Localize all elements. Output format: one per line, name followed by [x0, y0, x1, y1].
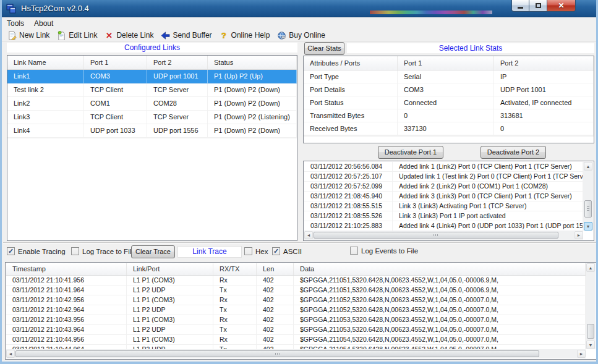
maximize-button[interactable]	[529, 0, 547, 12]
trace-data: $GPGGA,211054,5320.6428,N,00623.4552,W,1…	[294, 335, 586, 345]
menu-tools[interactable]: Tools	[2, 19, 29, 28]
scroll-up-icon[interactable]: ▲	[584, 162, 592, 171]
trace-row[interactable]: 03/11/2012 21:10:43.956 L1 P1 (COM3) Rx …	[6, 315, 586, 325]
trace-link-port: L1 P1 (COM3)	[127, 276, 213, 286]
trace-row[interactable]: 03/11/2012 21:10:41.964 L1 P2 UDP Tx 402…	[6, 286, 586, 295]
minimize-button[interactable]	[511, 0, 529, 12]
cell-attr: Received Bytes	[304, 122, 398, 135]
scroll-right-icon[interactable]: ►	[575, 231, 583, 239]
delete-link-button[interactable]: ✕ Delete Link	[101, 30, 158, 41]
event-row[interactable]: 03/11/2012 20:57:25.107 Updated link 1 (…	[304, 172, 583, 182]
close-button[interactable]: ✕	[547, 0, 576, 12]
cell-port2: COM28	[147, 97, 208, 111]
event-row[interactable]: 03/11/2012 20:57:52.099 Added link 2 (Li…	[304, 182, 583, 192]
app-window: HsTcp2Com v2.0.4 ✕ Tools About New Link …	[0, 0, 598, 364]
scroll-down-icon[interactable]: ▼	[586, 341, 595, 349]
link-row-selected[interactable]: Link1 COM3 UDP port 1001 P1 (Up) P2 (Up)	[7, 70, 297, 83]
globe-cart-icon	[276, 30, 286, 40]
trace-hscroll-thumb[interactable]	[15, 350, 539, 357]
clear-stats-button[interactable]: Clear Stats	[304, 42, 344, 55]
link-row-empty	[7, 138, 297, 138]
event-message: Added link 3 (Link3) Port 0 (TCP Client)…	[393, 192, 583, 201]
checkbox-checked-icon: ✓	[7, 247, 15, 255]
deactivate-port2-button[interactable]: Deactivate Port 2	[481, 146, 546, 159]
trace-row[interactable]: 03/11/2012 21:10:44.956 L1 P1 (COM3) Rx …	[6, 335, 586, 345]
link-row[interactable]: Link4 UDP port 1033 UDP port 1556 P1 (Do…	[7, 124, 297, 138]
scroll-left-icon[interactable]: ◄	[6, 350, 15, 358]
trace-scroll-thumb[interactable]	[587, 324, 594, 339]
col-port2[interactable]: Port 2	[494, 56, 594, 70]
trace-timestamp: 03/11/2012 21:10:42.964	[6, 305, 127, 315]
cell-link-name: Link4	[7, 124, 84, 138]
trace-row[interactable]: 03/11/2012 21:10:42.956 L1 P1 (COM3) Rx …	[6, 295, 586, 305]
links-table-header: Link Name Port 1 Port 2 Status	[7, 56, 297, 70]
link-row[interactable]: Link2 COM1 COM28 P1 (Down) P2 (Down)	[7, 97, 297, 111]
event-timestamp: 03/11/2012 20:57:25.107	[304, 172, 393, 182]
hex-checkbox[interactable]: Hex	[244, 247, 268, 255]
online-help-button[interactable]: ? Online Help	[216, 30, 275, 41]
ascii-checkbox[interactable]: ✓ ASCII	[272, 247, 302, 255]
trace-horizontal-scrollbar[interactable]: ◄ ►	[6, 349, 586, 358]
edit-link-label: Edit Link	[69, 31, 97, 40]
scroll-up-icon[interactable]: ▲	[586, 263, 595, 272]
col-port1[interactable]: Port 1	[84, 56, 147, 69]
col-attributes[interactable]: Attributes / Ports	[304, 56, 398, 70]
event-timestamp: 03/11/2012 21:10:25.883	[304, 221, 393, 231]
col-len[interactable]: Len	[257, 263, 294, 275]
scroll-down-icon[interactable]: ▼	[584, 222, 592, 231]
event-row[interactable]: 03/11/2012 21:08:55.526 Link 3 (Link3) P…	[304, 211, 583, 221]
send-buffer-button[interactable]: Send Buffer	[158, 30, 216, 41]
new-link-button[interactable]: New Link	[4, 30, 54, 41]
trace-link-port: L1 P1 (COM3)	[127, 335, 213, 345]
trace-row[interactable]: 03/11/2012 21:10:42.964 L1 P2 UDP Tx 402…	[6, 305, 586, 315]
cell-status: P1 (Down) P2 (Down)	[208, 97, 297, 111]
title-bar[interactable]: HsTcp2Com v2.0.4 ✕	[0, 0, 598, 17]
col-link-name[interactable]: Link Name	[7, 56, 84, 69]
cell-port2: 0	[494, 122, 594, 135]
menu-about[interactable]: About	[29, 19, 58, 28]
col-timestamp[interactable]: Timestamp	[6, 263, 127, 275]
event-timestamp: 03/11/2012 21:08:55.515	[304, 201, 393, 211]
new-link-icon	[7, 30, 17, 40]
col-link-port[interactable]: Link/Port	[127, 263, 213, 275]
events-horizontal-scrollbar[interactable]: ◄ ►	[304, 231, 583, 240]
log-events-to-file-checkbox[interactable]: Log Events to File	[350, 247, 418, 255]
link-row[interactable]: Link3 TCP Client TCP Server P1 (Down) P2…	[7, 111, 297, 124]
edit-link-button[interactable]: Edit Link	[54, 30, 101, 41]
scroll-right-icon[interactable]: ►	[577, 350, 586, 358]
event-row[interactable]: 03/11/2012 20:56:56.084 Added link 1 (Li…	[304, 162, 583, 172]
event-row[interactable]: 03/11/2012 21:10:25.883 Added link 4 (Li…	[304, 221, 583, 231]
link-row[interactable]: Test link 2 TCP Client TCP Server P1 (Do…	[7, 83, 297, 97]
trace-timestamp: 03/11/2012 21:10:42.956	[6, 295, 127, 305]
event-message: Link 3 (Link3) Port 1 IP port activated	[393, 211, 583, 221]
stats-row: Port Type Serial IP	[304, 70, 594, 83]
trace-vertical-scrollbar[interactable]: ▲ ▼	[586, 263, 596, 349]
clear-trace-button[interactable]: Clear Trace	[131, 245, 175, 258]
scroll-left-icon[interactable]: ◄	[304, 231, 313, 239]
event-row[interactable]: 03/11/2012 21:08:45.940 Added link 3 (Li…	[304, 192, 583, 201]
minimize-icon	[518, 7, 523, 9]
log-trace-to-file-checkbox[interactable]: Log Trace to File	[71, 247, 135, 255]
trace-rxtx: Rx	[213, 315, 257, 325]
trace-row[interactable]: 03/11/2012 21:10:41.956 L1 P1 (COM3) Rx …	[6, 276, 586, 286]
col-port1[interactable]: Port 1	[398, 56, 494, 70]
trace-row[interactable]: 03/11/2012 21:10:43.964 L1 P2 UDP Tx 402…	[6, 325, 586, 335]
col-rxtx[interactable]: RX/TX	[213, 263, 257, 275]
buy-online-button[interactable]: Buy Online	[274, 30, 330, 41]
event-row[interactable]: 03/11/2012 21:08:55.515 Link 3 (Link3) A…	[304, 201, 583, 211]
col-port2[interactable]: Port 2	[147, 56, 208, 69]
events-scroll-thumb[interactable]	[584, 200, 592, 218]
events-hscroll-thumb[interactable]	[314, 232, 558, 239]
deactivate-port1-button[interactable]: Deactivate Port 1	[378, 146, 443, 159]
col-data[interactable]: Data	[294, 263, 586, 275]
trace-rxtx: Tx	[213, 286, 257, 295]
buy-online-label: Buy Online	[289, 31, 325, 40]
col-status[interactable]: Status	[208, 56, 297, 69]
online-help-label: Online Help	[231, 31, 270, 40]
event-message: Link 3 (Link3) Activating Port 1 (TCP Se…	[393, 201, 583, 211]
enable-tracing-checkbox[interactable]: ✓ Enable Tracing	[7, 247, 66, 255]
events-vertical-scrollbar[interactable]: ▲ ▼	[583, 162, 593, 231]
log-trace-to-file-label: Log Trace to File	[82, 248, 135, 255]
trace-row[interactable]: 03/11/2012 21:10:44.964 L1 P2 UDP Tx 402…	[6, 345, 586, 349]
trace-data: $GPGGA,211051,5320.6428,N,00623.4552,W,1…	[294, 276, 586, 286]
